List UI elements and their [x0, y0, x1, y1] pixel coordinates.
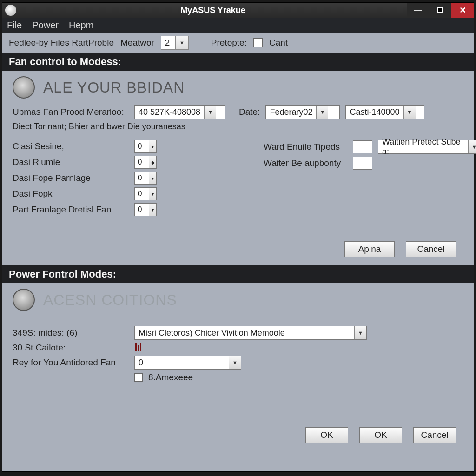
- dasi-fopk-input[interactable]: 0 ▾: [134, 187, 157, 200]
- menu-help[interactable]: Hepm: [69, 20, 93, 31]
- date-label: Date:: [239, 107, 260, 117]
- rey-row: Rey for You Antidored Fan 0 ▼: [13, 356, 463, 370]
- maximize-button[interactable]: [429, 3, 451, 18]
- toolbar-pretopte-label: Pretopte:: [211, 38, 247, 48]
- power-icon: [13, 289, 35, 311]
- s349-label: 349S: mides: (6): [13, 328, 129, 338]
- waiten-value: Waitien Pretect Sube a:: [378, 137, 468, 157]
- section1-body: ALE YOUR BBIDAN Upmas Fan Prood Merarloo…: [2, 71, 474, 265]
- chevron-down-icon: ▾: [149, 204, 156, 216]
- chevron-down-icon: ▾: [149, 140, 156, 152]
- menu-power[interactable]: Power: [32, 20, 59, 31]
- minimize-button[interactable]: —: [407, 3, 429, 18]
- amexeee-row: 8.Amexeee: [13, 372, 463, 383]
- amexeee-checkbox[interactable]: [134, 373, 143, 382]
- dasi-fope-parnlage-input[interactable]: 0 ▾: [134, 172, 157, 185]
- section1-title: ALE YOUR BBIDAN: [43, 79, 185, 96]
- section2-body: ACESN COITIONS 349S: mides: (6) Misri Cl…: [2, 283, 474, 451]
- ward-label: Ward Enuile Tipeds: [264, 142, 347, 152]
- part-franlage-label: Part Franlage Dretisl Fan: [13, 205, 129, 215]
- app-window: MyASUS Yrakue — ✕ File Power Hepm Fedlee…: [2, 2, 474, 472]
- waiter-row: Waiter Be aupbonty: [264, 157, 476, 170]
- ward-input[interactable]: [353, 140, 372, 153]
- chevron-down-icon: ▾: [149, 188, 156, 200]
- pretopte-checkbox[interactable]: [253, 38, 263, 47]
- rey-label: Rey for You Antidored Fan: [13, 357, 129, 368]
- dasi-fopk-row: Dasi Fopk 0 ▾: [13, 187, 236, 200]
- apina-button[interactable]: Apina: [344, 241, 395, 257]
- st-label: 30 St Cailote:: [13, 343, 129, 353]
- dasi-fope-parnlage-label: Dasi Fope Parnlage: [13, 173, 129, 183]
- section2-buttons: OK OK Cancel: [13, 423, 463, 443]
- st-row: 30 St Cailote:: [13, 343, 463, 353]
- dasi-fope-parnlage-row: Dasi Fope Parnlage 0 ▾: [13, 172, 236, 185]
- clasi-sesine-input[interactable]: 0 ▾: [134, 140, 157, 153]
- rey-value: 0: [135, 358, 229, 368]
- spinner-icon: ◆: [149, 156, 156, 168]
- section2-title: ACESN COITIONS: [43, 291, 177, 309]
- app-icon: [5, 5, 16, 16]
- section2-title-row: ACESN COITIONS: [13, 289, 463, 311]
- dasi-riumle-row: Dasi Riumle 0 ◆: [13, 156, 236, 169]
- menubar: File Power Hepm: [2, 18, 474, 33]
- menu-file[interactable]: File: [7, 20, 22, 31]
- chevron-down-icon: ▼: [204, 106, 216, 119]
- helper-text: Diect Tor nant; Bhier and bwer Die youra…: [13, 122, 463, 132]
- s349-select[interactable]: Misri Cletoros) Chicer Vivition Memoole …: [134, 326, 367, 340]
- part-franlage-row: Part Franlage Dretisl Fan 0 ▾: [13, 203, 236, 216]
- window-title: MyASUS Yrakue: [19, 6, 407, 15]
- waiten-select[interactable]: Waitien Pretect Sube a: ▼: [378, 140, 476, 154]
- part-franlage-input[interactable]: 0 ▾: [134, 203, 157, 216]
- ok-button-1[interactable]: OK: [305, 427, 348, 443]
- close-button[interactable]: ✕: [451, 3, 474, 18]
- casti-value: Casti-140000: [346, 107, 403, 117]
- chevron-down-icon: ▼: [229, 356, 241, 369]
- toolbar: Fedlee-by Files RartProble Meatwor 2 ▼ P…: [2, 33, 474, 53]
- casti-select[interactable]: Casti-140000 ▼: [345, 105, 424, 119]
- cancel-button[interactable]: Cancel: [406, 241, 456, 257]
- date-select[interactable]: Federary02 ▼: [265, 105, 340, 119]
- barcode-icon: [134, 343, 142, 352]
- clasi-sesine-label: Clasi Sesine;: [13, 141, 129, 152]
- chevron-down-icon: ▼: [316, 106, 328, 119]
- rey-select[interactable]: 0 ▼: [134, 356, 241, 370]
- section1-title-row: ALE YOUR BBIDAN: [13, 76, 463, 99]
- waiter-input[interactable]: [353, 157, 372, 170]
- ok-button-2[interactable]: OK: [359, 427, 402, 443]
- toolbar-cant-label: Cant: [269, 38, 288, 48]
- cancel-button-2[interactable]: Cancel: [413, 427, 456, 443]
- amexeee-label: 8.Amexeee: [148, 372, 193, 383]
- titlebar: MyASUS Yrakue — ✕: [2, 3, 474, 18]
- prod-label: Upmas Fan Prood Merarloo:: [13, 107, 129, 117]
- clasi-sesine-row: Clasi Sesine; 0 ▾: [13, 140, 236, 153]
- ward-row: Ward Enuile Tipeds Waitien Pretect Sube …: [264, 140, 476, 154]
- s349-row: 349S: mides: (6) Misri Cletoros) Chicer …: [13, 326, 463, 340]
- section1-buttons: Apina Cancel: [13, 238, 463, 257]
- dasi-fopk-label: Dasi Fopk: [13, 189, 129, 199]
- chevron-down-icon: ▼: [175, 36, 188, 49]
- meatwor-select[interactable]: 2 ▼: [161, 36, 189, 50]
- section2-header: Power Fontrol Modes:: [2, 265, 474, 283]
- meatwor-value: 2: [161, 38, 175, 48]
- dasi-riumle-input[interactable]: 0 ◆: [134, 156, 157, 169]
- prod-value: 40 527K-408008: [135, 107, 204, 117]
- chevron-down-icon: ▼: [403, 106, 416, 119]
- chevron-down-icon: ▾: [149, 172, 156, 184]
- prod-select[interactable]: 40 527K-408008 ▼: [134, 105, 225, 119]
- s349-value: Misri Cletoros) Chicer Vivition Memoole: [135, 328, 354, 338]
- window-controls: — ✕: [407, 3, 474, 18]
- toolbar-files-label: Fedlee-by Files RartProble: [9, 38, 114, 48]
- dasi-riumle-label: Dasi Riumle: [13, 157, 129, 167]
- chevron-down-icon: ▼: [468, 140, 476, 153]
- fan-icon: [13, 76, 35, 99]
- prod-row: Upmas Fan Prood Merarloo: 40 527K-408008…: [13, 105, 463, 119]
- toolbar-meatwor-label: Meatwor: [120, 38, 154, 48]
- section1-header: Fan control to Modess:: [2, 53, 474, 71]
- waiter-label: Waiter Be aupbonty: [264, 158, 347, 168]
- chevron-down-icon: ▼: [354, 326, 366, 339]
- date-value: Federary02: [266, 107, 316, 117]
